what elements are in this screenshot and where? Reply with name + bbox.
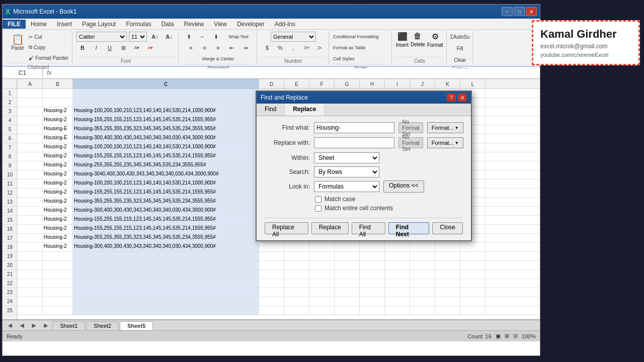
menu-view[interactable]: View [209, 20, 232, 29]
cell-B22[interactable] [43, 279, 73, 288]
cell-A6[interactable] [18, 134, 43, 143]
cell-G22[interactable] [335, 279, 360, 288]
cell-C16[interactable]: Housing-155,255,155,215,123,145,145,145,… [73, 225, 259, 233]
col-header-K[interactable]: K [435, 79, 460, 89]
cell-D18[interactable] [259, 243, 284, 251]
format-replace-btn[interactable]: Format... ▼ [427, 137, 463, 148]
col-header-I[interactable]: I [385, 79, 410, 89]
cell-F24[interactable] [309, 297, 335, 306]
row-header-13[interactable]: 13 [3, 198, 17, 207]
align-right-btn[interactable]: ≡ [212, 43, 224, 53]
row-header-20[interactable]: 20 [3, 261, 17, 270]
row-header-1[interactable]: 1 [3, 89, 17, 98]
sheet-tab-prev2[interactable]: ◄ [17, 321, 28, 329]
row-header-2[interactable]: 2 [3, 98, 17, 107]
row-header-4[interactable]: 4 [3, 116, 17, 125]
cell-C18[interactable]: Housing-300,400,300,430,343,340,340,340,… [73, 243, 259, 251]
col-header-F[interactable]: F [309, 79, 335, 89]
menu-addins[interactable]: Add-Ins [270, 20, 300, 29]
indent-dec-btn[interactable]: ⇤ [226, 43, 238, 53]
cell-B7[interactable]: Housing-2 [43, 143, 73, 152]
cell-A22[interactable] [18, 279, 43, 288]
cell-C7[interactable]: Housing-100,200,100,210,123,140,140,140,… [73, 143, 259, 152]
col-header-H[interactable]: H [360, 79, 385, 89]
cell-A12[interactable] [18, 189, 43, 197]
formula-input[interactable] [55, 68, 540, 77]
row-header-19[interactable]: 19 [3, 252, 17, 261]
look-in-select[interactable]: Formulas [314, 181, 379, 192]
cell-D22[interactable] [259, 279, 284, 288]
cell-K20[interactable] [435, 261, 460, 269]
cut-button[interactable]: ✂ Cut [29, 32, 69, 42]
cell-A3[interactable] [18, 107, 43, 116]
cell-B19[interactable] [43, 252, 73, 260]
autosum-btn[interactable]: Σ AutoSu [454, 32, 466, 42]
cell-B14[interactable]: Housing-2 [43, 207, 73, 215]
cell-B2[interactable] [43, 98, 73, 107]
col-header-L[interactable]: L [460, 79, 486, 89]
cell-K22[interactable] [435, 279, 460, 288]
cell-C19[interactable] [73, 252, 259, 260]
sheet-tab-next[interactable]: ► [29, 321, 40, 329]
cell-G18[interactable] [335, 243, 360, 251]
cell-B21[interactable] [43, 270, 73, 279]
cell-B4[interactable]: Housing-2 [43, 116, 73, 125]
comma-btn[interactable]: , [287, 43, 299, 53]
view-normal-icon[interactable]: ▣ [496, 333, 501, 339]
cell-E25[interactable] [284, 306, 309, 315]
cell-F25[interactable] [309, 306, 335, 315]
row-header-7[interactable]: 7 [3, 143, 17, 152]
cell-C4[interactable]: Housing-155,255,155,215,123,145,145,145,… [73, 116, 259, 125]
align-top-btn[interactable]: ⬆ [183, 32, 195, 42]
cell-B18[interactable]: Housing-2 [43, 243, 73, 251]
number-format-select[interactable]: General [271, 32, 316, 42]
find-what-input[interactable] [314, 122, 394, 133]
cell-B13[interactable]: Housing-2 [43, 198, 73, 206]
align-middle-btn[interactable]: ↔ [196, 32, 208, 42]
cell-C9[interactable]: Housing-255,355,255,235,345,345,345,535,… [73, 161, 259, 170]
copy-button[interactable]: ⧉ Copy [29, 42, 69, 52]
col-header-G[interactable]: G [335, 79, 360, 89]
col-header-C[interactable]: C [73, 79, 259, 89]
cell-F23[interactable] [309, 288, 335, 297]
cell-B20[interactable] [43, 261, 73, 269]
cell-L18[interactable] [460, 243, 486, 251]
cell-A2[interactable] [18, 98, 43, 107]
cell-J21[interactable] [410, 270, 435, 279]
cell-A1[interactable] [18, 89, 43, 98]
font-size-select[interactable]: 11 [129, 32, 147, 42]
italic-btn[interactable]: I [90, 43, 102, 53]
cell-D24[interactable] [259, 297, 284, 306]
currency-btn[interactable]: $ [261, 43, 273, 53]
cell-H25[interactable] [360, 306, 385, 315]
cell-C20[interactable] [73, 261, 259, 269]
cell-A18[interactable] [18, 243, 43, 251]
cell-L20[interactable] [460, 261, 486, 269]
format-find-btn[interactable]: Format... ▼ [427, 122, 463, 133]
cell-A10[interactable] [18, 170, 43, 179]
cell-D25[interactable] [259, 306, 284, 315]
conditional-format-btn[interactable]: Conditional Formatting [333, 32, 388, 42]
cell-A21[interactable] [18, 270, 43, 279]
cell-F18[interactable] [309, 243, 335, 251]
row-header-9[interactable]: 9 [3, 161, 17, 170]
border-btn[interactable]: ⊞ [117, 43, 129, 53]
cell-G23[interactable] [335, 288, 360, 297]
cell-H20[interactable] [360, 261, 385, 269]
cell-C2[interactable] [73, 98, 259, 107]
cell-E19[interactable] [284, 252, 309, 260]
cell-L21[interactable] [460, 270, 486, 279]
cell-C10[interactable]: Housing-3040,400,300,430,343,340,340,340… [73, 170, 259, 179]
cell-K18[interactable] [435, 243, 460, 251]
match-entire-checkbox[interactable] [315, 205, 321, 212]
cell-I19[interactable] [385, 252, 410, 260]
clear-btn[interactable]: Clear [454, 55, 466, 65]
sheet-tab-sheet2[interactable]: Sheet2 [86, 321, 119, 330]
menu-file[interactable]: FILE [3, 20, 26, 29]
cell-C22[interactable] [73, 279, 259, 288]
cell-J18[interactable] [410, 243, 435, 251]
dialog-tab-replace[interactable]: Replace [285, 104, 325, 116]
cell-C15[interactable]: Housing-155,255,155,215,123,145,145,145,… [73, 216, 259, 224]
cell-H18[interactable] [360, 243, 385, 251]
cell-B12[interactable]: Housing-2 [43, 189, 73, 197]
